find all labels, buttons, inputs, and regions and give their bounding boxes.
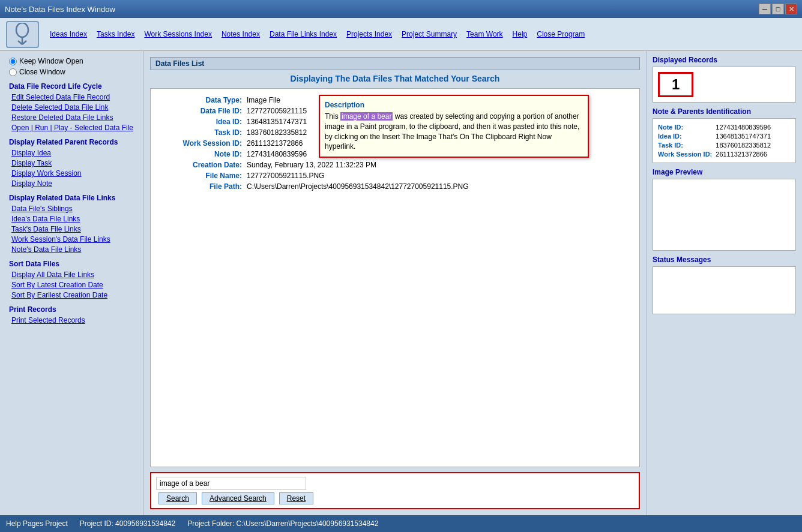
restore-deleted-link[interactable]: Restore Deleted Data File Links (9, 113, 134, 122)
note-id-value: 127431480839596 (716, 124, 791, 131)
maximize-button[interactable]: □ (772, 4, 784, 14)
svg-point-0 (16, 23, 28, 37)
keep-window-open-label: Keep Window Open (19, 57, 83, 65)
image-preview-box (653, 179, 796, 251)
note-parents-section: Note & Parents Identification Note ID: 1… (653, 107, 796, 163)
right-panel: Displayed Records 1 Note & Parents Ident… (646, 51, 802, 515)
idea-id-value: 136481351747371 (716, 133, 791, 140)
search-buttons: Search Advanced Search Reset (156, 492, 634, 504)
field-value-filename: 127727005921115.PNG (247, 172, 632, 180)
menu-notes-index[interactable]: Notes Index (217, 28, 265, 41)
title-bar: Note's Data Files Index Window ─ □ ✕ (0, 0, 802, 18)
task-id-label: Task ID: (658, 142, 712, 149)
close-window-option[interactable]: Close Window (9, 68, 134, 76)
work-session-id-value: 26111321372866 (716, 151, 791, 158)
field-label-creationdate: Creation Date: (158, 161, 242, 169)
field-label-worksessionid: Work Session ID: (158, 139, 242, 148)
menu-close-program[interactable]: Close Program (532, 28, 589, 41)
search-button[interactable]: Search (158, 492, 197, 504)
id-grid: Note ID: 127431480839596 Idea ID: 136481… (653, 118, 796, 163)
data-record: Description This image of a bear was cre… (150, 88, 640, 467)
sort-earliest-link[interactable]: Sort By Earliest Creation Date (9, 291, 134, 299)
highlighted-text: image of a bear (340, 112, 393, 121)
open-run-play-link[interactable]: Open | Run | Play - Selected Data File (9, 124, 134, 132)
print-selected-link[interactable]: Print Selected Records (9, 316, 134, 324)
section-title-lifecycle: Data File Record Life Cycle (9, 82, 134, 91)
reset-button[interactable]: Reset (279, 492, 313, 504)
section-title-parents: Display Related Parent Records (9, 138, 134, 146)
field-value-filepath: C:\Users\Darren\Projects\400956931534842… (247, 182, 632, 191)
center-panel: Data Files List Displaying The Data File… (144, 51, 646, 515)
search-input[interactable] (156, 477, 306, 490)
keep-window-open-option[interactable]: Keep Window Open (9, 57, 134, 65)
displayed-records-box: 1 (653, 67, 796, 103)
field-label-filename: File Name: (158, 172, 242, 180)
menu-work-sessions-index[interactable]: Work Sessions Index (139, 28, 217, 41)
status-messages-box (653, 266, 796, 314)
menu-ideas-index[interactable]: Ideas Index (45, 28, 92, 41)
menu-bar: Ideas Index Tasks Index Work Sessions In… (0, 18, 802, 51)
description-text: This image of a bear was created by sele… (325, 112, 583, 152)
menu-projects-index[interactable]: Projects Index (342, 28, 397, 41)
section-title-sort: Sort Data Files (9, 260, 134, 268)
display-work-session-link[interactable]: Display Work Session (9, 169, 134, 178)
menu-project-summary[interactable]: Project Summary (397, 28, 462, 41)
status-messages-title: Status Messages (653, 256, 796, 264)
image-preview-title: Image Preview (653, 168, 796, 176)
task-id-value: 183760182335812 (716, 142, 791, 149)
status-bar: Help Pages Project Project ID: 400956931… (0, 515, 802, 532)
display-all-data-file-links-link[interactable]: Display All Data File Links (9, 270, 134, 279)
title-bar-controls: ─ □ ✕ (759, 4, 797, 14)
task-data-file-links-link[interactable]: Task's Data File Links (9, 225, 134, 233)
sidebar: Keep Window Open Close Window Data File … (0, 51, 144, 515)
display-task-link[interactable]: Display Task (9, 159, 134, 167)
advanced-search-button[interactable]: Advanced Search (202, 492, 274, 504)
note-parents-title: Note & Parents Identification (653, 107, 796, 116)
record-count: 1 (658, 72, 693, 97)
search-result-title: Displaying The Data Files That Matched Y… (150, 74, 640, 83)
menu-team-work[interactable]: Team Work (462, 28, 507, 41)
note-data-file-links-link[interactable]: Note's Data File Links (9, 245, 134, 254)
display-note-link[interactable]: Display Note (9, 179, 134, 188)
window-behavior-options: Keep Window Open Close Window (9, 57, 134, 76)
field-label-datafileid: Data File ID: (158, 107, 242, 115)
search-bar: Search Advanced Search Reset (150, 472, 640, 509)
field-value-creationdate: Sunday, February 13, 2022 11:32:23 PM (247, 161, 632, 169)
menu-tasks-index[interactable]: Tasks Index (92, 28, 139, 41)
idea-data-file-links-link[interactable]: Idea's Data File Links (9, 215, 134, 223)
content-area: Keep Window Open Close Window Data File … (0, 51, 802, 515)
data-file-siblings-link[interactable]: Data File's Siblings (9, 205, 134, 213)
minimize-button[interactable]: ─ (759, 4, 771, 14)
field-label-datatype: Data Type: (158, 96, 242, 104)
menu-help[interactable]: Help (508, 28, 532, 41)
delete-data-file-link[interactable]: Delete Selected Data File Link (9, 103, 134, 112)
status-project-name: Help Pages Project (6, 519, 68, 528)
idea-id-label: Idea ID: (658, 133, 712, 140)
image-preview-section: Image Preview (653, 168, 796, 251)
field-label-taskid: Task ID: (158, 128, 242, 137)
display-idea-link[interactable]: Display Idea (9, 149, 134, 157)
app-logo (6, 21, 39, 48)
sort-latest-link[interactable]: Sort By Latest Creation Date (9, 281, 134, 289)
data-files-list-header: Data Files List (150, 57, 640, 70)
displayed-records-section: Displayed Records 1 (653, 56, 796, 103)
status-project-id: Project ID: 400956931534842 (80, 519, 175, 528)
close-button[interactable]: ✕ (785, 4, 797, 14)
close-window-label: Close Window (19, 68, 65, 76)
description-popup: Description This image of a bear was cre… (319, 95, 589, 158)
field-label-noteid: Note ID: (158, 150, 242, 158)
close-window-radio[interactable] (9, 68, 17, 76)
section-title-related-files: Display Related Data File Links (9, 194, 134, 202)
description-popup-title: Description (325, 101, 583, 109)
status-messages-section: Status Messages (653, 256, 796, 314)
main-window: Keep Window Open Close Window Data File … (0, 51, 802, 515)
note-id-label: Note ID: (658, 124, 712, 131)
section-title-print: Print Records (9, 305, 134, 314)
keep-window-open-radio[interactable] (9, 58, 17, 65)
status-project-folder: Project Folder: C:\Users\Darren\Projects… (187, 519, 378, 528)
edit-data-file-link[interactable]: Edit Selected Data File Record (9, 93, 134, 101)
menu-data-file-links-index[interactable]: Data File Links Index (265, 28, 342, 41)
work-session-id-label: Work Session ID: (658, 151, 712, 158)
work-session-data-file-links-link[interactable]: Work Session's Data File Links (9, 235, 134, 244)
field-label-filepath: File Path: (158, 182, 242, 191)
